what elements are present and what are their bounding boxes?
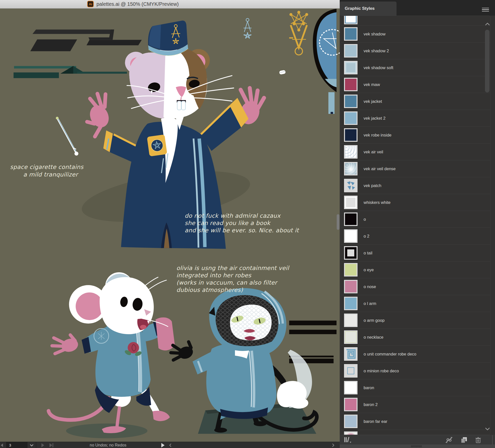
tab-graphic-styles[interactable]: Graphic Styles [340, 2, 397, 16]
style-row-vek-air-veil[interactable]: vek air veil [341, 143, 490, 160]
panel-toolbar [340, 435, 495, 445]
illustrator-window: Ai palettes.ai @ 150% (CMYK/Preview) [0, 0, 495, 448]
delete-icon[interactable] [474, 437, 482, 443]
style-swatch [344, 347, 358, 361]
style-row-o-unit-commander-robe-deco[interactable]: o unit commander robe deco [341, 345, 490, 362]
style-swatch [344, 415, 358, 428]
style-swatch [344, 297, 358, 310]
style-label: baron far ear [364, 419, 387, 424]
style-swatch [344, 162, 358, 175]
caption-line: do not fuck with admiral cazaux [185, 212, 299, 219]
style-row-baron[interactable]: baron [341, 379, 490, 396]
caption-line: olivia is usng the air containment veil [176, 264, 289, 272]
artboard-number-input[interactable]: 3 [6, 442, 27, 448]
style-swatch [344, 398, 358, 411]
window-title-bar[interactable]: Ai palettes.ai @ 150% (CMYK/Preview) [0, 0, 340, 9]
style-swatch [344, 179, 358, 192]
style-swatch [344, 145, 358, 159]
caption-line: space cigarette contains [10, 163, 78, 171]
style-swatch [344, 212, 358, 226]
document-vertical-scrollbar[interactable] [337, 214, 339, 230]
graphic-styles-list: vek shadowvek shadow 2vek shadow softvek… [341, 16, 490, 435]
undo-status-text: no Undos; no Redos [83, 442, 133, 448]
document-canvas[interactable]: space cigarette containsa mild tranquili… [0, 9, 340, 442]
style-swatch [344, 431, 358, 435]
style-swatch [344, 78, 358, 91]
scrollbar-thumb[interactable] [485, 30, 489, 93]
style-row-vek-robe-inside[interactable]: vek robe inside [341, 126, 490, 143]
style-row-o-nose[interactable]: o nose [341, 278, 490, 295]
style-row-baron-2-transition[interactable]: baron 2 transition [341, 430, 490, 435]
style-swatch [344, 364, 358, 378]
style-row-baron-2[interactable]: baron 2 [341, 396, 490, 413]
style-row-vek-shadow-soft[interactable]: vek shadow soft [341, 59, 490, 76]
style-label: o 2 [364, 234, 369, 239]
style-row-whiskers-white[interactable]: whiskers white [341, 194, 490, 211]
style-row-vek-shadow[interactable]: vek shadow [341, 25, 490, 42]
style-row-vek-shadow-2[interactable]: vek shadow 2 [341, 42, 490, 59]
caption-space-cigarette[interactable]: space cigarette containsa mild tranquili… [10, 163, 78, 178]
hscroll-left-arrow-icon[interactable] [168, 442, 173, 448]
next-artboard-button[interactable] [40, 442, 46, 448]
style-swatch [344, 44, 358, 58]
caption-olivia[interactable]: olivia is usng the air containment veili… [176, 264, 289, 294]
last-artboard-button[interactable] [48, 442, 55, 448]
style-label: o l arm [364, 301, 376, 306]
scroll-up-icon[interactable] [485, 23, 490, 26]
style-swatch [344, 128, 358, 142]
panel-resize-strip[interactable] [340, 444, 495, 448]
style-swatch [344, 246, 358, 260]
style-label: vek air veil [364, 150, 383, 154]
style-label: baron [364, 385, 374, 390]
style-row-clipped[interactable] [341, 16, 490, 25]
caption-line: she can read you like a book [185, 219, 299, 227]
style-swatch [344, 229, 358, 243]
style-row-o-arm-goop[interactable]: o arm goop [341, 312, 490, 329]
artboard-dropdown-chevron-icon[interactable] [27, 442, 36, 448]
new-graphic-style-icon[interactable] [460, 437, 468, 443]
admiral-shoulder-patch [147, 135, 167, 157]
style-label: o tail [364, 251, 372, 255]
scroll-down-icon[interactable] [485, 427, 490, 430]
style-row-vek-patch[interactable]: vek patch [341, 177, 490, 194]
style-row-o-2[interactable]: o 2 [341, 228, 490, 244]
style-swatch [344, 280, 358, 293]
style-label: o minion robe deco [364, 369, 399, 373]
panel-menu-icon[interactable] [482, 8, 489, 12]
style-row-baron-far-ear[interactable]: baron far ear [341, 413, 490, 430]
graphic-styles-panel: Graphic Styles vek shadowvek shadow 2vek… [340, 0, 495, 448]
hscroll-right-arrow-icon[interactable] [331, 442, 336, 448]
libraries-icon[interactable] [343, 437, 352, 443]
style-row-vek-jacket-2[interactable]: vek jacket 2 [341, 110, 490, 126]
style-label: whiskers white [364, 200, 390, 205]
style-label: o eye [364, 267, 374, 272]
style-label: vek shadow [364, 32, 385, 36]
style-row-o[interactable]: o [341, 211, 490, 228]
style-swatch [344, 111, 358, 125]
style-swatch [344, 313, 358, 327]
style-row-o-necklace[interactable]: o necklace [341, 329, 490, 345]
caption-admiral[interactable]: do not fuck with admiral cazauxshe can r… [185, 212, 299, 234]
style-label: o [364, 217, 366, 222]
caption-line: dubious atmospheres) [176, 286, 289, 294]
status-bar-menu-arrow-icon[interactable] [160, 442, 166, 448]
style-row-o-l-arm[interactable]: o l arm [341, 295, 490, 312]
first-artboard-button[interactable] [0, 442, 4, 448]
style-row-o-tail[interactable]: o tail [341, 244, 490, 261]
style-label: o necklace [364, 335, 383, 340]
illustrator-app-icon: Ai [87, 1, 94, 7]
panel-header: Graphic Styles [340, 0, 495, 16]
panel-scrollbar[interactable] [483, 16, 492, 435]
style-row-vek-jacket[interactable]: vek jacket [341, 93, 490, 110]
style-row-o-minion-robe-deco[interactable]: o minion robe deco [341, 362, 490, 379]
style-swatch [344, 196, 358, 209]
style-row-vek-maw[interactable]: vek maw [341, 76, 490, 93]
style-label: baron 2 [364, 402, 378, 407]
style-label: vek air veil dense [364, 166, 395, 171]
style-row-o-eye[interactable]: o eye [341, 261, 490, 278]
style-label: o unit commander robe deco [364, 352, 416, 356]
style-swatch [344, 330, 358, 344]
unlink-icon[interactable] [445, 437, 453, 443]
style-row-vek-air-veil-dense[interactable]: vek air veil dense [341, 160, 490, 177]
style-swatch [344, 381, 358, 394]
